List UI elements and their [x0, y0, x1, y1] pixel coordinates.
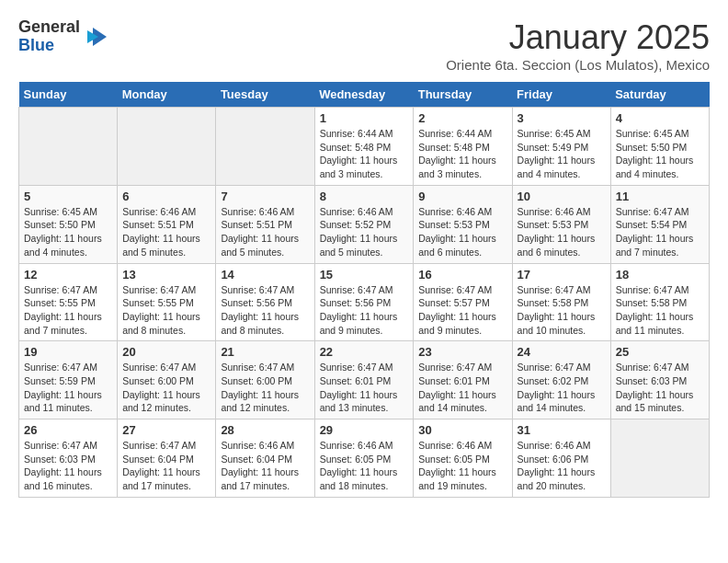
- calendar-cell: 12Sunrise: 6:47 AM Sunset: 5:55 PM Dayli…: [19, 263, 118, 341]
- day-number: 22: [320, 345, 409, 359]
- calendar-cell: 31Sunrise: 6:46 AM Sunset: 6:06 PM Dayli…: [512, 419, 610, 498]
- day-info: Sunrise: 6:46 AM Sunset: 5:51 PM Dayligh…: [221, 205, 309, 259]
- day-info: Sunrise: 6:47 AM Sunset: 5:59 PM Dayligh…: [24, 361, 112, 415]
- logo-general: General: [18, 18, 80, 37]
- day-number: 8: [320, 190, 409, 203]
- day-info: Sunrise: 6:46 AM Sunset: 6:05 PM Dayligh…: [320, 439, 409, 493]
- logo-icon: [84, 23, 111, 51]
- day-info: Sunrise: 6:47 AM Sunset: 5:58 PM Dayligh…: [616, 283, 704, 338]
- day-info: Sunrise: 6:45 AM Sunset: 5:50 PM Dayligh…: [616, 127, 704, 181]
- calendar-cell: 3Sunrise: 6:45 AM Sunset: 5:49 PM Daylig…: [512, 108, 610, 186]
- calendar-cell: 24Sunrise: 6:47 AM Sunset: 6:02 PM Dayli…: [512, 341, 610, 419]
- day-number: 20: [122, 345, 210, 359]
- day-info: Sunrise: 6:47 AM Sunset: 5:57 PM Dayligh…: [418, 283, 506, 338]
- day-number: 21: [221, 345, 309, 359]
- calendar-cell: 21Sunrise: 6:47 AM Sunset: 6:00 PM Dayli…: [216, 341, 314, 419]
- day-info: Sunrise: 6:46 AM Sunset: 5:51 PM Dayligh…: [122, 205, 210, 259]
- day-info: Sunrise: 6:44 AM Sunset: 5:48 PM Dayligh…: [418, 127, 506, 181]
- calendar-cell: 28Sunrise: 6:46 AM Sunset: 6:04 PM Dayli…: [216, 419, 314, 498]
- calendar-cell: 4Sunrise: 6:45 AM Sunset: 5:50 PM Daylig…: [610, 108, 709, 186]
- calendar-cell: 10Sunrise: 6:46 AM Sunset: 5:53 PM Dayli…: [512, 185, 610, 263]
- calendar-cell: 19Sunrise: 6:47 AM Sunset: 5:59 PM Dayli…: [19, 341, 118, 419]
- calendar-week-4: 19Sunrise: 6:47 AM Sunset: 5:59 PM Dayli…: [19, 341, 710, 419]
- day-number: 11: [616, 190, 704, 203]
- header-thursday: Thursday: [414, 82, 512, 108]
- calendar-cell: 16Sunrise: 6:47 AM Sunset: 5:57 PM Dayli…: [414, 263, 512, 341]
- calendar-cell: 15Sunrise: 6:47 AM Sunset: 5:56 PM Dayli…: [314, 263, 414, 341]
- subtitle: Oriente 6ta. Seccion (Los Mulatos), Mexi…: [446, 57, 710, 73]
- header-monday: Monday: [118, 82, 216, 108]
- calendar-cell: 26Sunrise: 6:47 AM Sunset: 6:03 PM Dayli…: [19, 419, 118, 498]
- day-number: 26: [24, 423, 112, 437]
- day-info: Sunrise: 6:46 AM Sunset: 6:06 PM Dayligh…: [518, 439, 606, 493]
- day-number: 27: [122, 423, 210, 437]
- day-info: Sunrise: 6:47 AM Sunset: 5:56 PM Dayligh…: [221, 283, 309, 338]
- calendar-week-1: 1Sunrise: 6:44 AM Sunset: 5:48 PM Daylig…: [19, 108, 710, 186]
- calendar-week-5: 26Sunrise: 6:47 AM Sunset: 6:03 PM Dayli…: [19, 419, 710, 498]
- day-info: Sunrise: 6:45 AM Sunset: 5:50 PM Dayligh…: [24, 205, 112, 259]
- day-info: Sunrise: 6:46 AM Sunset: 5:53 PM Dayligh…: [518, 205, 606, 259]
- day-info: Sunrise: 6:45 AM Sunset: 5:49 PM Dayligh…: [518, 127, 606, 181]
- day-info: Sunrise: 6:47 AM Sunset: 6:01 PM Dayligh…: [320, 361, 409, 415]
- calendar-cell: 7Sunrise: 6:46 AM Sunset: 5:51 PM Daylig…: [216, 185, 314, 263]
- calendar-cell: 17Sunrise: 6:47 AM Sunset: 5:58 PM Dayli…: [512, 263, 610, 341]
- day-info: Sunrise: 6:47 AM Sunset: 5:56 PM Dayligh…: [320, 283, 409, 338]
- header-saturday: Saturday: [610, 82, 709, 108]
- day-number: 10: [518, 190, 606, 203]
- day-number: 24: [518, 345, 606, 359]
- day-number: 7: [221, 190, 309, 203]
- title-block: January 2025 Oriente 6ta. Seccion (Los M…: [446, 18, 710, 73]
- day-number: 31: [518, 423, 606, 437]
- day-number: 14: [221, 268, 309, 282]
- calendar-week-2: 5Sunrise: 6:45 AM Sunset: 5:50 PM Daylig…: [19, 185, 710, 263]
- day-number: 30: [418, 423, 506, 437]
- calendar-cell: 22Sunrise: 6:47 AM Sunset: 6:01 PM Dayli…: [314, 341, 414, 419]
- day-info: Sunrise: 6:47 AM Sunset: 6:03 PM Dayligh…: [24, 439, 112, 493]
- day-number: 15: [320, 268, 409, 282]
- calendar-cell: 13Sunrise: 6:47 AM Sunset: 5:55 PM Dayli…: [118, 263, 216, 341]
- calendar-cell: 9Sunrise: 6:46 AM Sunset: 5:53 PM Daylig…: [414, 185, 512, 263]
- day-info: Sunrise: 6:46 AM Sunset: 5:53 PM Dayligh…: [418, 205, 506, 259]
- header-tuesday: Tuesday: [216, 82, 314, 108]
- calendar-table: SundayMondayTuesdayWednesdayThursdayFrid…: [18, 82, 710, 498]
- day-number: 9: [418, 190, 506, 203]
- logo-blue: Blue: [18, 37, 80, 55]
- calendar-cell: 5Sunrise: 6:45 AM Sunset: 5:50 PM Daylig…: [19, 185, 118, 263]
- calendar-cell: 1Sunrise: 6:44 AM Sunset: 5:48 PM Daylig…: [314, 108, 414, 186]
- logo: General Blue: [18, 18, 111, 55]
- calendar-header-row: SundayMondayTuesdayWednesdayThursdayFrid…: [19, 82, 710, 108]
- day-number: 16: [418, 268, 506, 282]
- calendar-cell: 23Sunrise: 6:47 AM Sunset: 6:01 PM Dayli…: [414, 341, 512, 419]
- calendar-cell: [118, 108, 216, 186]
- day-info: Sunrise: 6:44 AM Sunset: 5:48 PM Dayligh…: [320, 127, 409, 181]
- day-info: Sunrise: 6:47 AM Sunset: 6:03 PM Dayligh…: [616, 361, 704, 415]
- calendar-cell: [216, 108, 314, 186]
- day-number: 3: [518, 111, 606, 125]
- calendar-cell: 29Sunrise: 6:46 AM Sunset: 6:05 PM Dayli…: [314, 419, 414, 498]
- calendar-cell: 27Sunrise: 6:47 AM Sunset: 6:04 PM Dayli…: [118, 419, 216, 498]
- calendar-cell: 30Sunrise: 6:46 AM Sunset: 6:05 PM Dayli…: [414, 419, 512, 498]
- header-friday: Friday: [512, 82, 610, 108]
- calendar-cell: 2Sunrise: 6:44 AM Sunset: 5:48 PM Daylig…: [414, 108, 512, 186]
- day-info: Sunrise: 6:46 AM Sunset: 6:04 PM Dayligh…: [221, 439, 309, 493]
- day-number: 1: [320, 111, 409, 125]
- day-info: Sunrise: 6:47 AM Sunset: 5:58 PM Dayligh…: [518, 283, 606, 338]
- calendar-cell: 18Sunrise: 6:47 AM Sunset: 5:58 PM Dayli…: [610, 263, 709, 341]
- day-number: 17: [518, 268, 606, 282]
- day-info: Sunrise: 6:47 AM Sunset: 6:02 PM Dayligh…: [518, 361, 606, 415]
- header-sunday: Sunday: [19, 82, 118, 108]
- day-info: Sunrise: 6:47 AM Sunset: 6:04 PM Dayligh…: [122, 439, 210, 493]
- day-number: 6: [122, 190, 210, 203]
- day-number: 23: [418, 345, 506, 359]
- day-number: 29: [320, 423, 409, 437]
- page-header: General Blue January 2025 Oriente 6ta. S…: [18, 18, 710, 73]
- day-info: Sunrise: 6:47 AM Sunset: 5:55 PM Dayligh…: [122, 283, 210, 338]
- day-number: 18: [616, 268, 704, 282]
- calendar-cell: 11Sunrise: 6:47 AM Sunset: 5:54 PM Dayli…: [610, 185, 709, 263]
- calendar-cell: [19, 108, 118, 186]
- calendar-cell: 8Sunrise: 6:46 AM Sunset: 5:52 PM Daylig…: [314, 185, 414, 263]
- month-title: January 2025: [446, 18, 710, 57]
- day-info: Sunrise: 6:47 AM Sunset: 5:55 PM Dayligh…: [24, 283, 112, 338]
- day-info: Sunrise: 6:47 AM Sunset: 6:00 PM Dayligh…: [221, 361, 309, 415]
- day-info: Sunrise: 6:46 AM Sunset: 5:52 PM Dayligh…: [320, 205, 409, 259]
